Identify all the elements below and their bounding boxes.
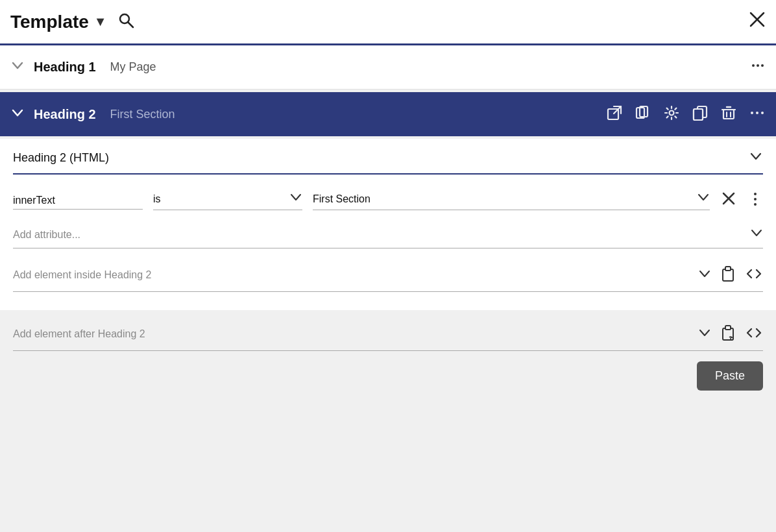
selector-label: Heading 2 (HTML) [13,151,109,165]
heading2-left: Heading 2 First Section [10,106,175,123]
svg-rect-15 [723,110,734,119]
svg-line-1 [128,22,133,27]
add-element-after-row: Add element after Heading 2 [13,323,763,351]
condition-chevron-icon[interactable] [289,191,302,207]
heading2-collapse-icon[interactable] [10,106,25,123]
heading1-sublabel: My Page [110,60,156,74]
value-chevron-icon[interactable] [697,191,710,207]
svg-point-5 [757,64,759,67]
add-attribute-chevron-icon[interactable] [750,226,763,243]
heading2-row: Heading 2 First Section [0,92,776,136]
svg-point-26 [754,198,757,200]
code-after-icon[interactable] [745,324,763,345]
open-new-icon[interactable] [606,104,623,125]
paste-area: Paste [13,361,763,391]
add-element-inside-chevron-icon[interactable] [698,267,711,284]
search-icon[interactable] [117,12,134,32]
svg-point-22 [761,112,764,114]
heading1-row: Heading 1 My Page [0,45,776,90]
svg-line-8 [614,106,621,114]
attribute-menu-icon[interactable] [747,191,763,210]
svg-point-21 [756,112,758,114]
svg-rect-31 [725,326,731,330]
attribute-key-input[interactable] [13,192,143,210]
heading2-menu-icon[interactable] [749,104,766,125]
copy-icon[interactable] [692,104,709,125]
panel: Heading 2 (HTML) is First Section [0,139,776,310]
condition-label: is [153,193,289,205]
close-icon[interactable] [749,11,766,32]
tag-icon[interactable] [635,104,651,125]
heading2-label: Heading 2 [34,107,96,122]
selector-chevron-icon[interactable] [749,149,763,167]
add-element-inside-label: Add element inside Heading 2 [13,269,690,281]
condition-select[interactable]: is [153,191,302,210]
heading1-label: Heading 1 [34,60,96,75]
add-attribute-label: Add attribute... [13,229,80,241]
header: Template ▼ [0,0,776,45]
add-element-inside-row: Add element inside Heading 2 [13,264,763,292]
app-title: Template [10,12,89,32]
svg-point-27 [754,203,757,206]
add-attribute-row: Add attribute... [13,226,763,248]
header-left: Template ▼ [10,12,134,32]
title-chevron-icon[interactable]: ▼ [94,14,107,29]
paste-button[interactable]: Paste [697,361,763,391]
svg-point-20 [751,112,753,114]
settings-icon[interactable] [663,104,680,125]
code-inside-icon[interactable] [745,265,763,286]
svg-point-11 [670,110,674,115]
svg-point-6 [761,64,764,67]
value-select[interactable]: First Section [313,191,710,210]
svg-rect-14 [694,109,703,120]
svg-point-4 [752,64,755,67]
heading1-left: Heading 1 My Page [10,58,156,76]
paste-after-icon[interactable] [719,323,737,345]
add-element-after-label: Add element after Heading 2 [13,328,690,340]
heading1-menu-icon[interactable] [750,58,766,77]
attribute-row: is First Section [13,190,763,211]
heading2-sublabel: First Section [110,108,175,121]
value-label: First Section [313,193,692,205]
selector-row: Heading 2 (HTML) [13,149,763,175]
delete-icon[interactable] [720,104,737,125]
heading2-actions [606,104,766,125]
add-element-after-chevron-icon[interactable] [698,326,711,343]
paste-inside-icon[interactable] [719,264,737,286]
bottom-section: Add element after Heading 2 Paste [0,310,776,404]
svg-rect-29 [725,267,731,271]
heading1-collapse-icon[interactable] [10,58,25,76]
svg-point-32 [731,337,733,340]
svg-point-25 [754,193,757,195]
remove-attribute-icon[interactable] [720,190,737,211]
